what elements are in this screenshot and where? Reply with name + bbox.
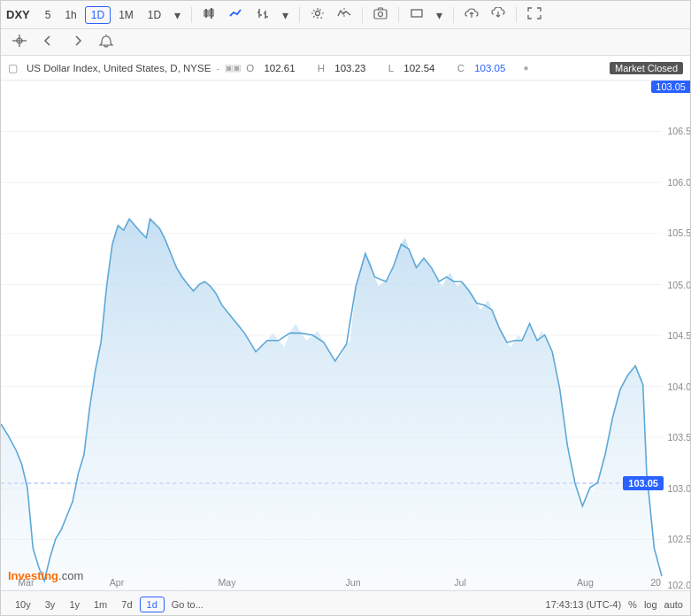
cloud-download-icon[interactable] [486, 4, 511, 25]
svg-rect-12 [374, 10, 387, 19]
svg-point-13 [379, 12, 383, 17]
ohlc-data: O 102.61 H 103.23 L 102.54 C 103.05 [246, 63, 512, 73]
crosshair-icon[interactable] [6, 31, 33, 53]
range-1m[interactable]: 1m [87, 597, 114, 612]
line-chart-icon[interactable] [224, 4, 249, 25]
svg-text:Jul: Jul [454, 577, 466, 588]
open-label: O [246, 63, 254, 73]
timestamp: 17:43:13 (UTC-4) [546, 599, 622, 610]
dropdown-arrow[interactable]: ▾ [169, 5, 186, 25]
range-7d[interactable]: 7d [114, 597, 139, 612]
bar-chart-icon[interactable] [250, 4, 275, 25]
high-label: H [318, 63, 325, 73]
time-axis: 10y 3y 1y 1m 7d 1d Go to... 17:43:13 (UT… [1, 590, 690, 616]
percent-toggle[interactable]: % [628, 599, 637, 610]
svg-text:Aug: Aug [577, 577, 594, 588]
alert-icon[interactable] [93, 31, 119, 53]
svg-text:May: May [218, 577, 236, 588]
range-10y[interactable]: 10y [8, 597, 38, 612]
high-val: 103.23 [334, 63, 365, 73]
cloud-upload-icon[interactable] [459, 4, 484, 25]
ticker-label: DXY [6, 8, 30, 21]
svg-text:104.50: 104.50 [667, 330, 690, 341]
camera-icon[interactable] [368, 4, 393, 25]
svg-text:102.00: 102.00 [667, 580, 690, 590]
auto-toggle[interactable]: auto [664, 599, 683, 610]
close-label: C [457, 63, 465, 73]
range-1y[interactable]: 1y [62, 597, 87, 612]
timeframe-1d-alt[interactable]: 1D [142, 6, 167, 24]
toolbar-top: DXY 5 1h 1D 1M 1D ▾ ▾ ▾ [1, 1, 690, 29]
toolbar-second [1, 29, 690, 56]
candlestick-icon[interactable] [197, 4, 222, 25]
range-1d[interactable]: 1d [140, 597, 165, 612]
dropdown-arrow-3[interactable]: ▾ [431, 5, 448, 25]
separator-1 [191, 7, 192, 23]
timeframe-1d[interactable]: 1D [85, 6, 111, 24]
svg-text:105.50: 105.50 [667, 228, 690, 239]
range-goto[interactable]: Go to... [165, 597, 211, 612]
symbol-label: US Dollar Index, United States, D, NYSE [27, 63, 211, 73]
timeframe-1m[interactable]: 1M [112, 6, 140, 24]
open-val: 102.61 [264, 63, 295, 73]
close-val: 103.05 [474, 63, 505, 73]
timeframe-5[interactable]: 5 [39, 6, 58, 24]
timeframe-1h[interactable]: 1h [58, 6, 82, 24]
svg-text:102.50: 102.50 [667, 534, 690, 544]
forward-icon[interactable] [65, 32, 89, 52]
range-3y[interactable]: 3y [38, 597, 63, 612]
separator-info: - [216, 63, 219, 73]
separator-5 [453, 7, 454, 23]
chart-svg[interactable]: 107.00 106.50 106.00 105.50 105.00 104.5… [1, 81, 690, 590]
low-val: 102.54 [403, 63, 434, 73]
svg-text:Jun: Jun [346, 577, 361, 588]
dropdown-arrow-2[interactable]: ▾ [277, 5, 294, 25]
svg-text:106.50: 106.50 [667, 126, 690, 136]
fullscreen-icon[interactable] [522, 4, 547, 25]
market-closed-badge: Market Closed [610, 62, 683, 74]
chart-container[interactable]: Investing.com 103.05 107.00 106.50 106.0… [1, 81, 690, 590]
time-axis-right: 17:43:13 (UTC-4) % log auto [546, 599, 683, 610]
investing-logo: Investing.com [8, 567, 83, 583]
svg-rect-14 [411, 10, 422, 17]
info-bar: ▢ US Dollar Index, United States, D, NYS… [1, 56, 690, 81]
checkboxes: ▣▣ [225, 63, 241, 73]
svg-text:103.50: 103.50 [667, 432, 690, 443]
log-toggle[interactable]: log [644, 599, 657, 610]
separator-2 [299, 7, 300, 23]
svg-text:104.00: 104.00 [667, 381, 690, 392]
rectangle-icon[interactable] [404, 4, 429, 25]
settings-icon[interactable] [305, 4, 330, 25]
separator-4 [398, 7, 399, 23]
low-label: L [388, 63, 394, 73]
svg-point-10 [316, 12, 320, 16]
back-icon[interactable] [36, 32, 61, 52]
svg-text:103.00: 103.00 [667, 483, 690, 494]
svg-text:106.00: 106.00 [667, 177, 690, 188]
svg-text:105.00: 105.00 [667, 280, 690, 290]
indicator-icon[interactable] [332, 4, 357, 25]
current-price-label: 103.05 [651, 81, 690, 93]
separator-6 [516, 7, 517, 23]
price-tag: 103.05 [623, 476, 664, 490]
svg-text:Apr: Apr [110, 577, 125, 588]
svg-text:20: 20 [650, 577, 661, 588]
separator-3 [362, 7, 363, 23]
